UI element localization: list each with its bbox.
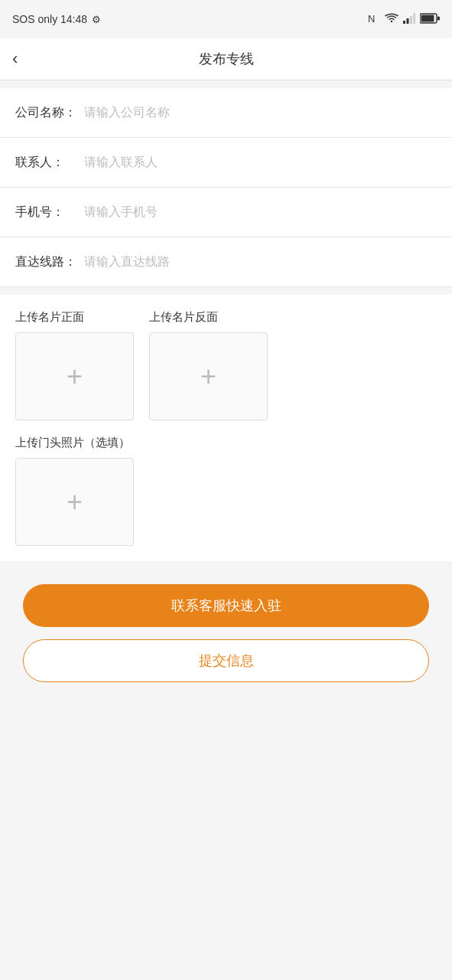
upload-section: 上传名片正面 + 上传名片反面 + 上传门头照片（选填） + xyxy=(0,295,452,561)
card-back-item: 上传名片反面 + xyxy=(149,310,268,420)
contact-service-button[interactable]: 联系客服快速入驻 xyxy=(23,584,429,627)
direct-route-row: 直达线路： xyxy=(0,237,452,287)
shop-photo-upload-box[interactable]: + xyxy=(15,458,134,546)
back-button[interactable]: ‹ xyxy=(12,51,18,67)
settings-icon: ⚙ xyxy=(92,14,101,25)
card-back-label: 上传名片反面 xyxy=(149,310,268,325)
svg-rect-4 xyxy=(414,13,416,24)
page-title: 发布专线 xyxy=(199,50,254,68)
battery-icon xyxy=(420,13,440,26)
shop-photo-label: 上传门头照片（选填） xyxy=(15,436,437,450)
wifi-icon xyxy=(385,13,398,26)
status-right: N xyxy=(368,12,440,27)
svg-rect-7 xyxy=(437,16,440,20)
svg-text:N: N xyxy=(368,13,375,24)
buttons-section: 联系客服快速入驻 提交信息 xyxy=(0,561,452,697)
shop-photo-item: 上传门头照片（选填） + xyxy=(15,436,437,546)
company-name-input[interactable] xyxy=(84,106,437,119)
nfc-icon: N xyxy=(368,12,380,27)
card-front-label: 上传名片正面 xyxy=(15,310,134,325)
svg-rect-1 xyxy=(403,21,405,24)
card-upload-row: 上传名片正面 + 上传名片反面 + xyxy=(15,310,437,420)
card-back-upload-box[interactable]: + xyxy=(149,332,268,420)
status-bar: SOS only 14:48 ⚙ N xyxy=(0,0,452,38)
card-front-plus-icon: + xyxy=(67,363,83,390)
page-header: ‹ 发布专线 xyxy=(0,38,452,80)
submit-info-button[interactable]: 提交信息 xyxy=(23,639,429,682)
phone-number-label: 手机号： xyxy=(15,204,84,220)
contact-person-input[interactable] xyxy=(84,155,437,169)
svg-rect-6 xyxy=(421,15,434,21)
direct-route-label: 直达线路： xyxy=(15,254,84,270)
card-back-plus-icon: + xyxy=(200,363,216,390)
company-name-label: 公司名称： xyxy=(15,105,84,121)
company-name-row: 公司名称： xyxy=(0,88,452,138)
phone-number-input[interactable] xyxy=(84,205,437,219)
contact-person-label: 联系人： xyxy=(15,155,84,171)
phone-number-row: 手机号： xyxy=(0,188,452,237)
status-left: SOS only 14:48 ⚙ xyxy=(12,13,101,25)
card-front-item: 上传名片正面 + xyxy=(15,310,134,420)
card-front-upload-box[interactable]: + xyxy=(15,332,134,420)
status-text: SOS only 14:48 xyxy=(12,13,87,25)
shop-photo-plus-icon: + xyxy=(67,488,83,516)
direct-route-input[interactable] xyxy=(84,255,437,269)
signal-icon xyxy=(403,13,415,26)
contact-person-row: 联系人： xyxy=(0,138,452,188)
form-section: 公司名称： 联系人： 手机号： 直达线路： xyxy=(0,88,452,287)
svg-rect-3 xyxy=(410,16,412,24)
svg-rect-2 xyxy=(407,18,409,24)
